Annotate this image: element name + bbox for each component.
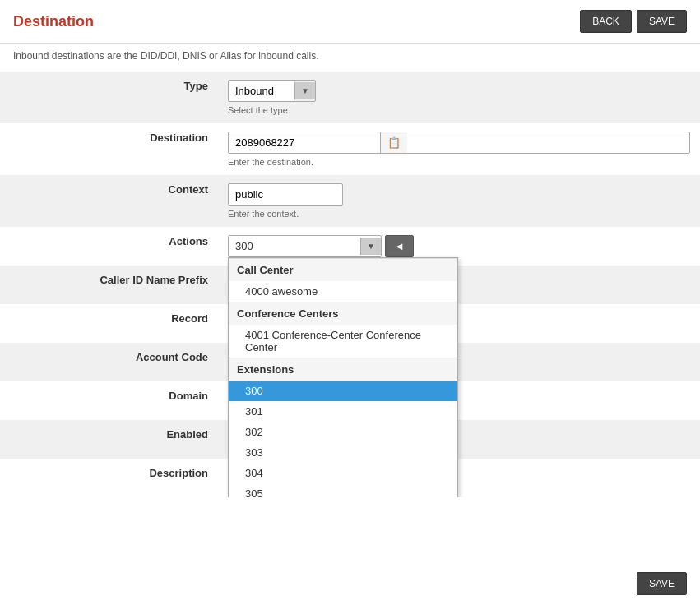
dropdown-item-300[interactable]: 300 (229, 381, 457, 401)
context-cell: Enter the context. (218, 175, 700, 227)
destination-input[interactable] (229, 132, 380, 153)
destination-row: Destination 📋 Enter the destination. (0, 123, 700, 175)
destination-icon-button[interactable]: 📋 (380, 132, 407, 153)
actions-select-wrap[interactable]: 300 ▼ (228, 235, 382, 257)
context-hint: Enter the context. (228, 209, 690, 219)
dropdown-item-4001-conference[interactable]: 4001 Conference-Center Conference Center (229, 325, 457, 358)
destination-label: Destination (0, 123, 218, 175)
context-label: Context (0, 175, 218, 227)
form-table: Type Inbound Outbound ▼ Select the type.… (0, 72, 700, 497)
dropdown-item-304[interactable]: 304 (229, 463, 457, 483)
caller-id-label: Caller ID Name Prefix (0, 266, 218, 304)
type-select[interactable]: Inbound Outbound (229, 81, 294, 101)
back-button[interactable]: BACK (580, 10, 632, 33)
actions-wrap: 300 ▼ Call Center 4000 awesome Conferenc… (228, 235, 690, 257)
dropdown-item-4000-awesome[interactable]: 4000 awesome (229, 281, 457, 302)
actions-select-display[interactable]: 300 (229, 236, 360, 256)
group-header-conference-centers: Conference Centers (229, 302, 457, 325)
account-code-label: Account Code (0, 343, 218, 381)
save-button-top[interactable]: SAVE (637, 10, 687, 33)
actions-cell: 300 ▼ Call Center 4000 awesome Conferenc… (218, 227, 700, 266)
page-header: Destination BACK SAVE (0, 0, 700, 44)
enabled-label: Enabled (0, 420, 218, 459)
actions-dropdown-arrow-icon[interactable]: ▼ (360, 238, 381, 255)
destination-input-wrap: 📋 (228, 132, 690, 154)
context-input[interactable] (228, 183, 343, 206)
description-label: Description (0, 459, 218, 497)
domain-label: Domain (0, 381, 218, 420)
group-header-call-center: Call Center (229, 258, 457, 281)
type-select-arrow-icon[interactable]: ▼ (294, 82, 315, 99)
type-hint: Select the type. (228, 105, 690, 115)
header-buttons: BACK SAVE (580, 10, 687, 33)
type-row: Type Inbound Outbound ▼ Select the type. (0, 72, 700, 123)
type-cell: Inbound Outbound ▼ Select the type. (218, 72, 700, 123)
dropdown-item-303[interactable]: 303 (229, 442, 457, 463)
actions-row: Actions 300 ▼ Call Center 4000 awesome C… (0, 227, 700, 266)
play-button[interactable]: ◄ (385, 235, 414, 257)
type-select-wrap: Inbound Outbound ▼ (228, 80, 316, 102)
page-title: Destination (13, 13, 94, 30)
group-header-extensions: Extensions (229, 358, 457, 381)
destination-cell: 📋 Enter the destination. (218, 123, 700, 175)
destination-hint: Enter the destination. (228, 157, 690, 167)
type-label: Type (0, 72, 218, 123)
dropdown-item-301[interactable]: 301 (229, 401, 457, 422)
context-row: Context Enter the context. (0, 175, 700, 227)
dropdown-item-302[interactable]: 302 (229, 422, 457, 442)
actions-dropdown-popup: Call Center 4000 awesome Conference Cent… (228, 257, 458, 497)
actions-label: Actions (0, 227, 218, 266)
actions-dropdown-container: 300 ▼ Call Center 4000 awesome Conferenc… (228, 235, 382, 257)
record-label: Record (0, 304, 218, 343)
dropdown-item-305[interactable]: 305 (229, 483, 457, 497)
subtitle: Inbound destinations are the DID/DDI, DN… (0, 44, 700, 72)
